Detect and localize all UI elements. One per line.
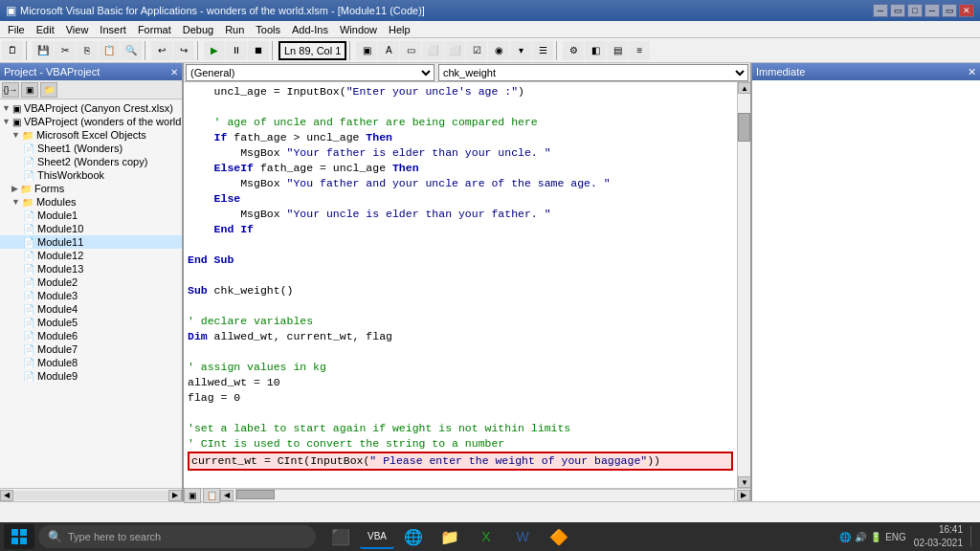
tb-frame-btn[interactable]: ⬜: [422, 41, 443, 60]
clock[interactable]: 16:41 02-03-2021: [914, 523, 963, 550]
code-content[interactable]: uncl_age = InputBox("Enter your uncle's …: [184, 82, 737, 488]
menu-edit[interactable]: Edit: [31, 21, 60, 37]
tb-undo-btn[interactable]: ↩: [151, 41, 172, 60]
tree-item-canyon[interactable]: ▼▣VBAProject (Canyon Crest.xlsx): [0, 101, 182, 115]
tree-item-sheet2[interactable]: 📄Sheet2 (Wonders copy): [0, 155, 182, 168]
proj-scroll-right[interactable]: ▶: [168, 490, 182, 501]
menu-debug[interactable]: Debug: [177, 21, 219, 37]
tree-item-forms[interactable]: ▶📁Forms: [0, 182, 182, 195]
tree-item-module13[interactable]: 📄Module13: [0, 262, 182, 276]
tree-item-module8[interactable]: 📄Module8: [0, 356, 182, 369]
taskbar-excel[interactable]: X: [469, 524, 503, 549]
menu-tools[interactable]: Tools: [250, 21, 286, 37]
hscroll-track[interactable]: [235, 489, 735, 502]
network-icon: 🌐: [839, 532, 851, 542]
vscroll-track[interactable]: [738, 94, 750, 476]
window-close-button[interactable]: ✕: [959, 4, 974, 17]
tb-label-btn[interactable]: A: [378, 41, 399, 60]
tb-save-btn[interactable]: 💾: [33, 41, 54, 60]
taskbar-task-view[interactable]: ⬛: [323, 524, 358, 549]
menu-insert[interactable]: Insert: [94, 21, 132, 37]
tb-find-btn[interactable]: 🔍: [121, 41, 142, 60]
tree-item-modules[interactable]: ▼📁Modules: [0, 195, 182, 209]
hscroll-thumb[interactable]: [236, 490, 275, 499]
tb-extra4[interactable]: ≡: [629, 41, 650, 60]
tree-item-thisworkbook[interactable]: 📄ThisWorkbook: [0, 168, 182, 182]
tree-item-sheet1[interactable]: 📄Sheet1 (Wonders): [0, 142, 182, 155]
tb-copy-btn[interactable]: ⎘: [77, 41, 98, 60]
vscroll-down[interactable]: ▼: [738, 476, 750, 488]
tree-item-module12[interactable]: 📄Module12: [0, 249, 182, 262]
hscroll-right[interactable]: ▶: [737, 490, 750, 501]
general-dropdown[interactable]: (General): [186, 64, 434, 81]
proj-scroll-left[interactable]: ◀: [0, 490, 13, 501]
menu-format[interactable]: Format: [132, 21, 177, 37]
tree-item-module6[interactable]: 📄Module6: [0, 329, 182, 342]
vscroll-thumb[interactable]: [738, 113, 750, 142]
tb-redo-btn[interactable]: ↪: [173, 41, 194, 60]
tb-break-btn[interactable]: ⏸: [226, 41, 247, 60]
hscroll-left[interactable]: ◀: [220, 490, 234, 501]
project-toggle-folders[interactable]: 📁: [40, 82, 57, 98]
window-restore-button[interactable]: ▭: [942, 4, 957, 17]
tree-item-excel-objects[interactable]: ▼📁Microsoft Excel Objects: [0, 128, 182, 142]
show-desktop-button[interactable]: [970, 526, 976, 547]
immediate-body[interactable]: [752, 80, 980, 501]
tree-item-module9[interactable]: 📄Module9: [0, 369, 182, 383]
menu-file[interactable]: File: [2, 21, 31, 37]
taskbar-word[interactable]: W: [505, 524, 540, 549]
project-view-form[interactable]: ▣: [21, 82, 38, 98]
tb-paste-btn[interactable]: 📋: [99, 41, 120, 60]
project-view-code[interactable]: {}→: [2, 82, 19, 98]
tree-item-module4[interactable]: 📄Module4: [0, 302, 182, 316]
tb-userform-btn[interactable]: ▣: [356, 41, 377, 60]
tb-run-btn[interactable]: ▶: [204, 41, 225, 60]
taskbar-vba[interactable]: VBA: [360, 524, 394, 549]
project-close-button[interactable]: ✕: [170, 67, 178, 77]
app-restore-button[interactable]: ▭: [890, 4, 905, 17]
tree-item-module5[interactable]: 📄Module5: [0, 316, 182, 329]
start-button[interactable]: [4, 524, 34, 549]
taskbar-search[interactable]: 🔍 Type here to search: [38, 525, 316, 548]
tb-extra3[interactable]: ▤: [607, 41, 628, 60]
taskbar-explorer[interactable]: 📁: [433, 524, 467, 549]
tree-item-wonders[interactable]: ▼▣VBAProject (wonders of the world.x…: [0, 115, 182, 128]
procedure-dropdown[interactable]: chk_weight: [438, 64, 748, 81]
tree-item-module3[interactable]: 📄Module3: [0, 289, 182, 302]
taskbar-apps: ⬛ VBA 🌐 📁 X W 🔶: [323, 524, 576, 549]
lang-indicator: ENG: [885, 532, 906, 542]
code-vscrollbar[interactable]: ▲ ▼: [737, 82, 750, 488]
tree-item-module1[interactable]: 📄Module1: [0, 209, 182, 222]
menu-view[interactable]: View: [60, 21, 95, 37]
tb-textbox-btn[interactable]: ▭: [400, 41, 421, 60]
window-minimize-button[interactable]: ─: [924, 4, 940, 17]
menu-help[interactable]: Help: [383, 21, 416, 37]
tb-check-btn[interactable]: ☑: [466, 41, 487, 60]
menu-addins[interactable]: Add-Ins: [286, 21, 334, 37]
svg-rect-1: [20, 529, 27, 536]
view-code-btn[interactable]: ▣: [184, 488, 201, 503]
proj-hscroll-track[interactable]: [13, 491, 168, 500]
app-minimize-button[interactable]: ─: [873, 4, 888, 17]
taskbar-other[interactable]: 🔶: [542, 524, 576, 549]
view-form-btn[interactable]: 📋: [203, 488, 220, 503]
tree-item-module10[interactable]: 📄Module10: [0, 222, 182, 235]
immediate-close-button[interactable]: ✕: [968, 66, 976, 78]
vscroll-up[interactable]: ▲: [738, 82, 750, 94]
tb-combo-btn[interactable]: ▾: [510, 41, 531, 60]
tb-list-btn[interactable]: ☰: [532, 41, 553, 60]
tb-command-btn[interactable]: ⬜: [444, 41, 465, 60]
tree-item-module7[interactable]: 📄Module7: [0, 342, 182, 356]
tb-cut-btn[interactable]: ✂: [55, 41, 76, 60]
menu-run[interactable]: Run: [219, 21, 250, 37]
tb-extra2[interactable]: ◧: [585, 41, 606, 60]
tb-reset-btn[interactable]: ⏹: [248, 41, 269, 60]
tree-item-module11[interactable]: 📄Module11: [0, 235, 182, 249]
tb-option-btn[interactable]: ◉: [488, 41, 509, 60]
tree-item-module2[interactable]: 📄Module2: [0, 276, 182, 289]
app-maximize-button[interactable]: □: [907, 4, 923, 17]
tb-view-btn[interactable]: 🗒: [2, 41, 23, 60]
menu-window[interactable]: Window: [334, 21, 383, 37]
tb-extra1[interactable]: ⚙: [563, 41, 584, 60]
taskbar-edge[interactable]: 🌐: [396, 524, 431, 549]
